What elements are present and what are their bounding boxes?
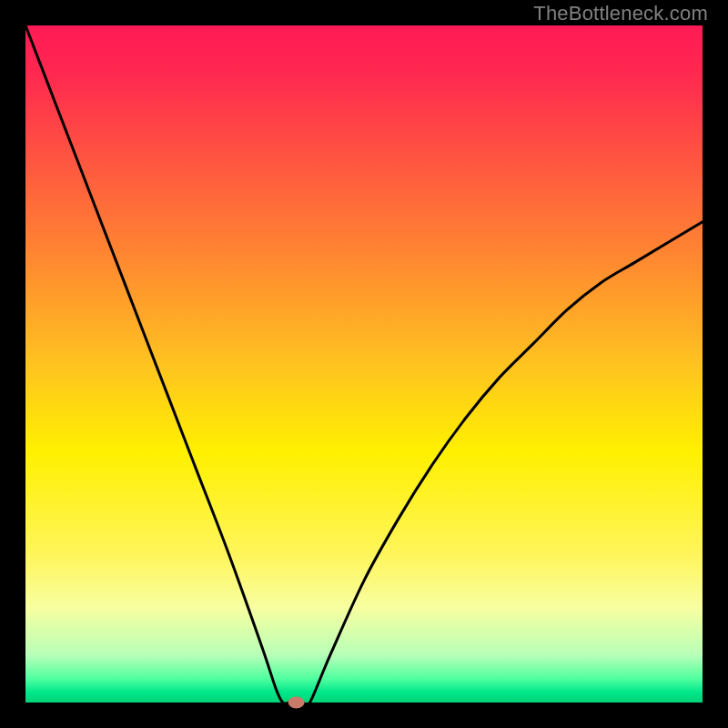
bottleneck-chart	[0, 0, 728, 728]
watermark-text: TheBottleneck.com	[533, 2, 708, 25]
optimal-point-marker	[288, 697, 305, 709]
chart-frame: TheBottleneck.com	[0, 0, 728, 728]
plot-background	[25, 25, 703, 703]
